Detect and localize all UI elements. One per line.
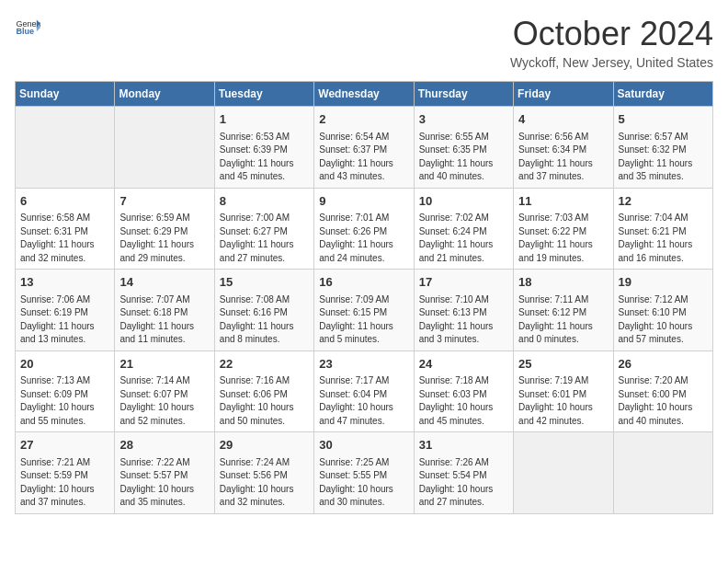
day-number: 30 [319, 436, 408, 454]
calendar-cell: 14Sunrise: 7:07 AMSunset: 6:18 PMDayligh… [115, 270, 214, 351]
cell-info: Sunrise: 7:02 AMSunset: 6:24 PMDaylight:… [419, 212, 508, 265]
cell-info: Sunrise: 7:21 AMSunset: 5:59 PMDaylight:… [20, 456, 109, 510]
calendar-week-row: 6Sunrise: 6:58 AMSunset: 6:31 PMDaylight… [16, 188, 713, 270]
logo: General Blue [15, 15, 40, 40]
day-number: 21 [119, 355, 209, 373]
day-of-week-friday: Friday [514, 82, 613, 107]
day-number: 24 [419, 355, 508, 373]
cell-info: Sunrise: 6:56 AMSunset: 6:34 PMDaylight:… [518, 131, 608, 184]
day-number: 1 [220, 110, 309, 129]
calendar-cell [16, 107, 115, 189]
calendar-cell: 8Sunrise: 7:00 AMSunset: 6:27 PMDaylight… [214, 188, 313, 270]
day-number: 4 [518, 110, 608, 129]
day-number: 10 [419, 192, 508, 211]
cell-info: Sunrise: 7:20 AMSunset: 6:00 PMDaylight:… [619, 374, 708, 428]
location: Wyckoff, New Jersey, United States [510, 55, 713, 70]
calendar-week-row: 27Sunrise: 7:21 AMSunset: 5:59 PMDayligh… [16, 432, 713, 514]
calendar-week-row: 1Sunrise: 6:53 AMSunset: 6:39 PMDaylight… [16, 107, 713, 189]
calendar-cell: 23Sunrise: 7:17 AMSunset: 6:04 PMDayligh… [314, 350, 414, 432]
day-number: 18 [518, 273, 608, 292]
calendar-cell: 22Sunrise: 7:16 AMSunset: 6:06 PMDayligh… [214, 350, 313, 432]
calendar-cell: 24Sunrise: 7:18 AMSunset: 6:03 PMDayligh… [414, 350, 513, 432]
calendar-cell: 20Sunrise: 7:13 AMSunset: 6:09 PMDayligh… [16, 350, 115, 432]
cell-info: Sunrise: 7:00 AMSunset: 6:27 PMDaylight:… [220, 212, 309, 265]
cell-info: Sunrise: 7:03 AMSunset: 6:22 PMDaylight:… [518, 212, 608, 265]
day-of-week-wednesday: Wednesday [314, 82, 414, 107]
day-number: 12 [619, 192, 708, 211]
cell-info: Sunrise: 7:17 AMSunset: 6:04 PMDaylight:… [319, 374, 408, 428]
cell-info: Sunrise: 7:13 AMSunset: 6:09 PMDaylight:… [20, 374, 109, 428]
calendar-cell: 5Sunrise: 6:57 AMSunset: 6:32 PMDaylight… [613, 107, 712, 189]
day-number: 3 [419, 110, 508, 129]
day-number: 13 [20, 273, 109, 292]
calendar-cell: 25Sunrise: 7:19 AMSunset: 6:01 PMDayligh… [514, 350, 613, 432]
day-number: 20 [20, 355, 109, 373]
calendar-cell [115, 107, 214, 189]
calendar-cell: 2Sunrise: 6:54 AMSunset: 6:37 PMDaylight… [314, 107, 414, 189]
day-of-week-sunday: Sunday [16, 82, 115, 107]
calendar-cell: 26Sunrise: 7:20 AMSunset: 6:00 PMDayligh… [613, 350, 712, 432]
calendar-cell: 30Sunrise: 7:25 AMSunset: 5:55 PMDayligh… [314, 432, 414, 514]
cell-info: Sunrise: 7:07 AMSunset: 6:18 PMDaylight:… [119, 293, 209, 347]
calendar-cell: 1Sunrise: 6:53 AMSunset: 6:39 PMDaylight… [214, 107, 313, 189]
day-number: 8 [220, 192, 309, 211]
cell-info: Sunrise: 7:06 AMSunset: 6:19 PMDaylight:… [20, 293, 109, 347]
day-number: 15 [220, 273, 309, 292]
day-number: 31 [419, 436, 508, 454]
calendar-cell: 7Sunrise: 6:59 AMSunset: 6:29 PMDaylight… [115, 188, 214, 270]
day-number: 9 [319, 192, 408, 211]
calendar-table: SundayMondayTuesdayWednesdayThursdayFrid… [15, 81, 713, 514]
calendar-cell: 10Sunrise: 7:02 AMSunset: 6:24 PMDayligh… [414, 188, 513, 270]
day-number: 26 [619, 355, 708, 373]
cell-info: Sunrise: 6:55 AMSunset: 6:35 PMDaylight:… [419, 131, 508, 184]
day-number: 2 [319, 110, 408, 129]
cell-info: Sunrise: 7:12 AMSunset: 6:10 PMDaylight:… [619, 293, 708, 347]
cell-info: Sunrise: 7:04 AMSunset: 6:21 PMDaylight:… [619, 212, 708, 265]
cell-info: Sunrise: 7:14 AMSunset: 6:07 PMDaylight:… [119, 374, 209, 428]
day-of-week-tuesday: Tuesday [214, 82, 313, 107]
cell-info: Sunrise: 7:01 AMSunset: 6:26 PMDaylight:… [319, 212, 408, 265]
calendar-cell: 12Sunrise: 7:04 AMSunset: 6:21 PMDayligh… [613, 188, 712, 270]
page-header: General Blue October 2024 Wyckoff, New J… [15, 15, 713, 70]
cell-info: Sunrise: 7:10 AMSunset: 6:13 PMDaylight:… [419, 293, 508, 347]
day-of-week-thursday: Thursday [414, 82, 513, 107]
day-of-week-saturday: Saturday [613, 82, 712, 107]
day-number: 25 [518, 355, 608, 373]
day-of-week-monday: Monday [115, 82, 214, 107]
cell-info: Sunrise: 7:11 AMSunset: 6:12 PMDaylight:… [518, 293, 608, 347]
day-number: 16 [319, 273, 408, 292]
calendar-cell: 31Sunrise: 7:26 AMSunset: 5:54 PMDayligh… [414, 432, 513, 514]
day-number: 14 [119, 273, 209, 292]
cell-info: Sunrise: 6:57 AMSunset: 6:32 PMDaylight:… [619, 131, 708, 184]
calendar-cell: 9Sunrise: 7:01 AMSunset: 6:26 PMDaylight… [314, 188, 414, 270]
calendar-cell: 11Sunrise: 7:03 AMSunset: 6:22 PMDayligh… [514, 188, 613, 270]
day-number: 11 [518, 192, 608, 211]
calendar-cell: 29Sunrise: 7:24 AMSunset: 5:56 PMDayligh… [214, 432, 313, 514]
calendar-cell [514, 432, 613, 514]
calendar-cell: 21Sunrise: 7:14 AMSunset: 6:07 PMDayligh… [115, 350, 214, 432]
day-number: 6 [20, 192, 109, 211]
calendar-header-row: SundayMondayTuesdayWednesdayThursdayFrid… [16, 82, 713, 107]
cell-info: Sunrise: 6:54 AMSunset: 6:37 PMDaylight:… [319, 131, 408, 184]
cell-info: Sunrise: 7:22 AMSunset: 5:57 PMDaylight:… [119, 456, 209, 510]
calendar-cell: 15Sunrise: 7:08 AMSunset: 6:16 PMDayligh… [214, 270, 313, 351]
calendar-cell: 3Sunrise: 6:55 AMSunset: 6:35 PMDaylight… [414, 107, 513, 189]
cell-info: Sunrise: 7:25 AMSunset: 5:55 PMDaylight:… [319, 456, 408, 510]
calendar-cell: 17Sunrise: 7:10 AMSunset: 6:13 PMDayligh… [414, 270, 513, 351]
calendar-cell: 18Sunrise: 7:11 AMSunset: 6:12 PMDayligh… [514, 270, 613, 351]
day-number: 27 [20, 436, 109, 454]
day-number: 22 [220, 355, 309, 373]
logo-icon: General Blue [15, 15, 40, 40]
cell-info: Sunrise: 6:58 AMSunset: 6:31 PMDaylight:… [20, 212, 109, 265]
cell-info: Sunrise: 7:24 AMSunset: 5:56 PMDaylight:… [220, 456, 309, 510]
calendar-cell: 19Sunrise: 7:12 AMSunset: 6:10 PMDayligh… [613, 270, 712, 351]
cell-info: Sunrise: 7:09 AMSunset: 6:15 PMDaylight:… [319, 293, 408, 347]
title-block: October 2024 Wyckoff, New Jersey, United… [510, 15, 713, 70]
calendar-cell: 13Sunrise: 7:06 AMSunset: 6:19 PMDayligh… [16, 270, 115, 351]
calendar-cell: 16Sunrise: 7:09 AMSunset: 6:15 PMDayligh… [314, 270, 414, 351]
cell-info: Sunrise: 7:16 AMSunset: 6:06 PMDaylight:… [220, 374, 309, 428]
day-number: 29 [220, 436, 309, 454]
cell-info: Sunrise: 6:53 AMSunset: 6:39 PMDaylight:… [220, 131, 309, 184]
calendar-cell: 28Sunrise: 7:22 AMSunset: 5:57 PMDayligh… [115, 432, 214, 514]
calendar-week-row: 20Sunrise: 7:13 AMSunset: 6:09 PMDayligh… [16, 350, 713, 432]
